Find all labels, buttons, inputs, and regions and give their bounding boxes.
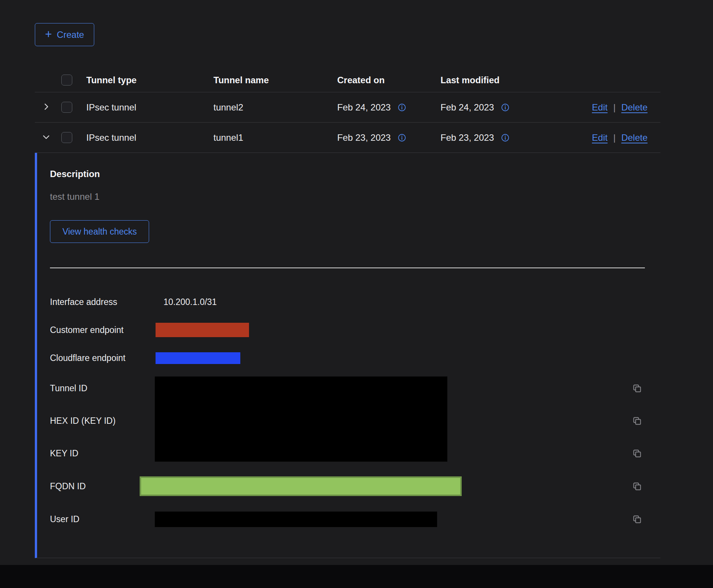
view-health-checks-button[interactable]: View health checks	[50, 220, 149, 243]
cell-tunnel-type: IPsec tunnel	[86, 102, 213, 113]
cell-created-on: Feb 23, 2023	[337, 132, 391, 143]
table-header-row: Tunnel type Tunnel name Created on Last …	[35, 68, 660, 92]
column-header-tunnel-name: Tunnel name	[213, 75, 337, 86]
expand-row-button[interactable]	[40, 101, 52, 114]
create-button-label: Create	[57, 30, 84, 40]
redacted-cloudflare-endpoint	[156, 352, 240, 364]
interface-address-label: Interface address	[50, 297, 163, 307]
edit-link[interactable]: Edit	[592, 132, 607, 143]
customer-endpoint-label: Customer endpoint	[50, 325, 163, 335]
cell-last-modified: Feb 23, 2023	[441, 132, 494, 143]
edit-link[interactable]: Edit	[592, 102, 607, 113]
user-id-label: User ID	[50, 514, 163, 524]
delete-link[interactable]: Delete	[621, 102, 648, 113]
cloudflare-endpoint-label: Cloudflare endpoint	[50, 353, 163, 363]
collapse-row-button[interactable]	[40, 131, 52, 144]
info-icon[interactable]	[397, 133, 406, 142]
field-cloudflare-endpoint: Cloudflare endpoint	[50, 344, 660, 372]
action-separator: |	[613, 102, 615, 113]
create-button[interactable]: + Create	[35, 23, 94, 46]
detail-divider	[50, 268, 645, 268]
chevron-right-icon	[42, 102, 51, 112]
hex-id-label: HEX ID (KEY ID)	[50, 416, 163, 426]
tunnel-id-label: Tunnel ID	[50, 383, 163, 394]
cell-tunnel-type: IPsec tunnel	[86, 132, 213, 143]
table-row: IPsec tunnel tunnel2 Feb 24, 2023 Feb 24…	[35, 92, 660, 123]
cell-last-modified: Feb 24, 2023	[441, 102, 494, 113]
tunnels-page: + Create Tunnel type Tunnel name Created…	[35, 0, 660, 558]
detail-fields: Interface address 10.200.1.0/31 Customer…	[50, 288, 660, 535]
cell-tunnel-name: tunnel2	[213, 102, 337, 113]
field-user-id: User ID	[50, 503, 660, 535]
info-icon[interactable]	[501, 133, 510, 142]
info-icon[interactable]	[501, 103, 510, 112]
description-value: test tunnel 1	[50, 191, 660, 202]
copy-icon[interactable]	[631, 448, 643, 459]
plus-icon: +	[45, 28, 52, 40]
tunnel-id-group: Tunnel ID HEX ID (KEY ID)	[50, 372, 660, 470]
column-header-created-on: Created on	[337, 75, 441, 86]
key-id-label: KEY ID	[50, 448, 163, 459]
tunnels-table: Tunnel type Tunnel name Created on Last …	[35, 68, 660, 558]
column-header-last-modified: Last modified	[441, 75, 585, 86]
column-header-tunnel-type: Tunnel type	[86, 75, 213, 86]
description-label: Description	[50, 168, 660, 180]
delete-link[interactable]: Delete	[621, 132, 648, 143]
copy-icon[interactable]	[631, 481, 643, 492]
chevron-down-icon	[42, 132, 51, 143]
redacted-fqdn-id	[140, 476, 462, 496]
select-all-checkbox[interactable]	[61, 75, 72, 86]
redacted-user-id	[155, 512, 437, 527]
field-interface-address: Interface address 10.200.1.0/31	[50, 288, 660, 316]
info-icon[interactable]	[397, 103, 406, 112]
copy-icon[interactable]	[631, 415, 643, 427]
bottom-strip	[0, 565, 713, 588]
redacted-tunnel-ids	[155, 376, 447, 462]
row-checkbox[interactable]	[61, 132, 72, 143]
copy-icon[interactable]	[631, 513, 643, 525]
interface-address-value: 10.200.1.0/31	[163, 297, 217, 307]
tunnel-detail-panel: Description test tunnel 1 View health ch…	[35, 153, 660, 558]
action-separator: |	[613, 132, 615, 143]
cell-tunnel-name: tunnel1	[213, 132, 337, 143]
field-customer-endpoint: Customer endpoint	[50, 316, 660, 344]
redacted-customer-endpoint	[156, 323, 249, 337]
table-row: IPsec tunnel tunnel1 Feb 23, 2023 Feb 23…	[35, 123, 660, 153]
field-fqdn-id: FQDN ID	[50, 470, 660, 503]
row-checkbox[interactable]	[61, 102, 72, 113]
cell-created-on: Feb 24, 2023	[337, 102, 391, 113]
copy-icon[interactable]	[631, 383, 643, 394]
